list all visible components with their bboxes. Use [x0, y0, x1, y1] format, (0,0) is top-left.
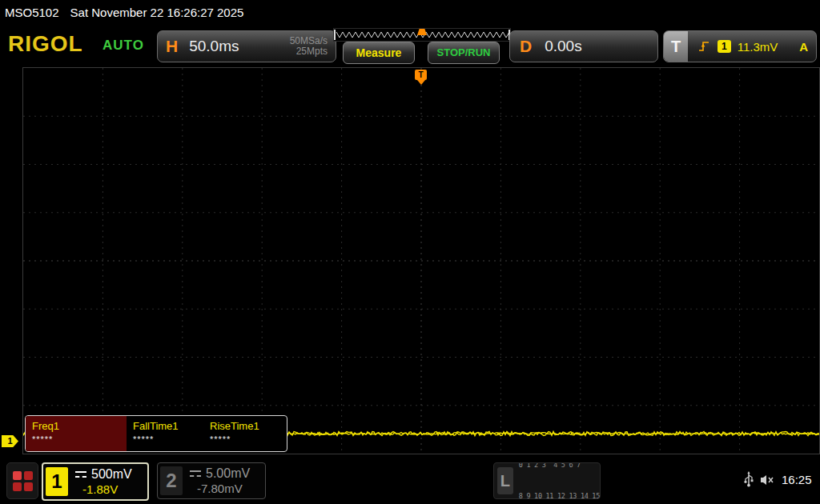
measurement-item-risetime1[interactable]: RiseTime1 *****: [203, 416, 280, 451]
measurement-value: *****: [133, 434, 197, 444]
delay-label: D: [520, 37, 532, 56]
digital-channels-button[interactable]: L 0 1 2 3 4 5 6 7 8 9 10 11 12 13 14 15: [493, 462, 601, 499]
measurement-item-freq1[interactable]: Freq1 *****: [26, 416, 127, 451]
horizontal-label: H: [166, 37, 178, 56]
channel2-offset: -7.80mV: [190, 482, 250, 495]
titlebar: MSO5102 Sat November 22 16:26:27 2025: [0, 0, 820, 24]
dc-coupling-icon: [75, 471, 86, 478]
measurement-name: Freq1: [32, 420, 120, 432]
measurement-name: RiseTime1: [210, 420, 274, 432]
channel2-status-button[interactable]: 2 5.00mV -7.80mV: [157, 462, 266, 499]
header-bar: RIGOL AUTO H 50.0ms 50MSa/s 25Mpts Measu…: [0, 27, 820, 66]
measurement-name: FallTime1: [133, 420, 197, 432]
measurement-value: *****: [32, 434, 120, 444]
sound-muted-icon: [759, 474, 775, 486]
rigol-logo: RIGOL: [8, 31, 83, 57]
delay-settings-button[interactable]: D 0.00s: [509, 30, 658, 62]
menu-grid-icon: [13, 471, 22, 480]
usb-icon: [743, 470, 754, 488]
measurement-value: *****: [210, 434, 274, 444]
channel1-badge: 1: [46, 467, 68, 496]
channel2-badge: 2: [160, 466, 183, 495]
clock-text: 16:25: [782, 473, 812, 486]
timebase-value: 50.0ms: [189, 38, 239, 55]
trigger-marker-label: T: [415, 70, 427, 80]
trigger-label: T: [664, 31, 688, 62]
waveform-overview-strip[interactable]: [333, 28, 511, 42]
trigger-slope-icon: [697, 40, 710, 53]
delay-value: 0.00s: [545, 38, 581, 55]
trigger-sweep-mode: A: [799, 40, 808, 54]
channel1-status-button[interactable]: 1 500mV -1.88V: [42, 462, 149, 501]
measurement-item-falltime1[interactable]: FallTime1 *****: [127, 416, 203, 451]
measure-button[interactable]: Measure: [343, 42, 415, 64]
stop-run-button[interactable]: STOP/RUN: [428, 42, 500, 64]
channel2-scale: 5.00mV: [206, 466, 250, 481]
model-name: MSO5102: [5, 6, 59, 19]
channel1-offset: -1.88V: [75, 482, 132, 496]
oscilloscope-screen: MSO5102 Sat November 22 16:26:27 2025 RI…: [0, 0, 820, 504]
dc-coupling-icon: [190, 470, 201, 477]
digital-label: L: [497, 467, 513, 494]
trigger-level-value: 11.3mV: [738, 40, 778, 54]
acquisition-info: 50MSa/s 25Mpts: [290, 36, 328, 57]
horizontal-settings-button[interactable]: H 50.0ms 50MSa/s 25Mpts: [157, 30, 336, 62]
waveform-display-area: T Freq1 ***** FallTime1 ***** RiseTime1 …: [22, 67, 820, 454]
digital-channels-row2: 8 9 10 11 12 13 14 15: [519, 491, 600, 499]
channel1-scale: 500mV: [91, 467, 132, 482]
channel1-trace: [23, 68, 819, 454]
menu-grid-button[interactable]: [6, 462, 38, 499]
measurement-panel: Freq1 ***** FallTime1 ***** RiseTime1 **…: [25, 415, 287, 452]
trigger-source-badge: 1: [718, 40, 731, 53]
trigger-position-marker[interactable]: T: [415, 70, 428, 85]
memory-depth: 25Mpts: [290, 46, 328, 57]
datetime-text: Sat November 22 16:26:27 2025: [70, 6, 244, 19]
channel1-level-marker[interactable]: 1: [2, 435, 18, 447]
acquisition-mode-status: AUTO: [102, 38, 144, 54]
digital-channels-row1: 0 1 2 3 4 5 6 7: [519, 462, 600, 470]
trigger-marker-arrow-icon: [417, 80, 425, 85]
trigger-settings-button[interactable]: T 1 11.3mV A: [663, 30, 817, 62]
